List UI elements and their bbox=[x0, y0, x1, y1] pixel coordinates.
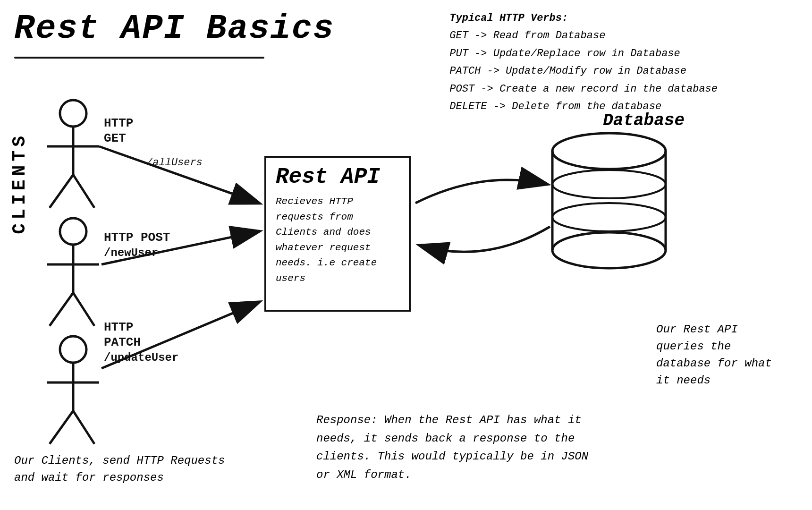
db-queries-desc: Our Rest API queries the database for wh… bbox=[656, 321, 788, 389]
rest-api-box: Rest API Recieves HTTP requests from Cli… bbox=[264, 156, 411, 312]
svg-text:HTTP: HTTP bbox=[104, 116, 133, 130]
svg-point-32 bbox=[552, 170, 666, 198]
page-title: Rest API Basics bbox=[14, 9, 334, 48]
svg-line-16 bbox=[73, 411, 94, 444]
clients-label: CLIENTS bbox=[9, 132, 30, 234]
svg-line-19 bbox=[102, 302, 259, 368]
svg-text:GET: GET bbox=[104, 131, 126, 145]
rest-api-desc: Recieves HTTP requests from Clients and … bbox=[276, 194, 399, 286]
svg-text:/updateUser: /updateUser bbox=[104, 351, 178, 364]
verbs-title: Typical HTTP Verbs: bbox=[449, 9, 718, 27]
verb-post: POST -> Create a new record in the datab… bbox=[449, 80, 718, 98]
svg-line-17 bbox=[99, 146, 259, 203]
svg-text:/newUser: /newUser bbox=[104, 246, 158, 259]
svg-line-11 bbox=[73, 293, 94, 326]
title-underline bbox=[14, 57, 264, 59]
svg-point-33 bbox=[552, 203, 666, 231]
verb-patch: PATCH -> Update/Modify row in Database bbox=[449, 62, 718, 80]
svg-point-31 bbox=[552, 232, 666, 268]
database-label: Database bbox=[603, 111, 685, 130]
svg-line-15 bbox=[50, 411, 73, 444]
svg-point-28 bbox=[552, 133, 666, 169]
svg-line-10 bbox=[50, 293, 73, 326]
rest-api-title: Rest API bbox=[276, 165, 399, 189]
svg-text:PATCH: PATCH bbox=[104, 335, 141, 349]
svg-text:/allUsers: /allUsers bbox=[146, 157, 203, 169]
verb-get: GET -> Read from Database bbox=[449, 27, 718, 44]
svg-line-5 bbox=[50, 175, 73, 208]
svg-text:HTTP: HTTP bbox=[104, 320, 133, 334]
svg-point-2 bbox=[60, 100, 86, 127]
verb-put: PUT -> Update/Replace row in Database bbox=[449, 45, 718, 62]
page-container: Rest API Basics Typical HTTP Verbs: GET … bbox=[0, 0, 812, 510]
svg-point-12 bbox=[60, 336, 86, 363]
clients-desc: Our Clients, send HTTP Requestsand wait … bbox=[14, 452, 225, 486]
response-desc: Response: When the Rest API has what it … bbox=[316, 411, 600, 484]
svg-text:HTTP POST: HTTP POST bbox=[104, 230, 170, 245]
svg-line-18 bbox=[102, 231, 259, 264]
svg-point-7 bbox=[60, 218, 86, 245]
svg-line-6 bbox=[73, 175, 94, 208]
verbs-box: Typical HTTP Verbs: GET -> Read from Dat… bbox=[449, 9, 718, 115]
